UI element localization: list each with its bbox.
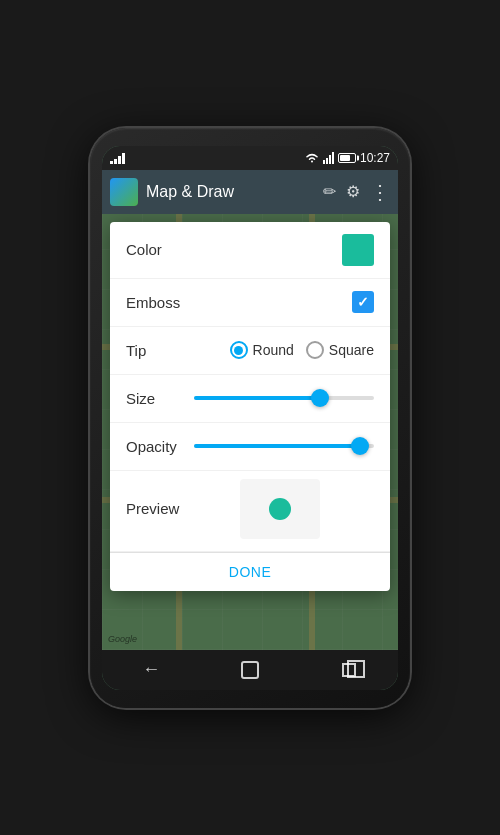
map-area: Google Color Emboss <box>102 214 398 650</box>
app-title: Map & Draw <box>146 183 315 201</box>
recents-icon <box>342 663 356 677</box>
brush-settings-dialog: Color Emboss Tip <box>110 222 390 591</box>
back-icon: ← <box>142 659 160 680</box>
color-content <box>186 234 374 266</box>
settings-icon[interactable]: ⚙ <box>346 182 360 201</box>
preview-box <box>240 479 320 539</box>
dialog-overlay: Color Emboss Tip <box>102 214 398 650</box>
emboss-content <box>186 291 374 313</box>
tip-round-label: Round <box>253 342 294 358</box>
home-icon <box>241 661 259 679</box>
dialog-footer: Done <box>110 552 390 591</box>
tip-radio-group: Round Square <box>230 341 374 359</box>
size-row: Size <box>110 375 390 423</box>
tip-round-radio[interactable] <box>230 341 248 359</box>
tip-square-radio[interactable] <box>306 341 324 359</box>
emboss-label: Emboss <box>126 294 186 311</box>
status-bar: 10:27 <box>102 146 398 170</box>
status-left <box>110 152 125 164</box>
wifi-icon <box>305 153 319 163</box>
status-right: 10:27 <box>305 151 390 165</box>
emboss-row: Emboss <box>110 279 390 327</box>
preview-row: Preview <box>110 471 390 552</box>
tip-row: Tip Round Square <box>110 327 390 375</box>
edit-icon[interactable]: ✏ <box>323 182 336 201</box>
size-label: Size <box>126 390 186 407</box>
opacity-row: Opacity <box>110 423 390 471</box>
size-slider-fill <box>194 396 320 400</box>
home-button[interactable] <box>230 650 270 690</box>
tip-label: Tip <box>126 342 186 359</box>
nav-bar: ← <box>102 650 398 690</box>
emboss-checkbox[interactable] <box>352 291 374 313</box>
opacity-slider-track[interactable] <box>194 444 374 448</box>
app-icon <box>110 178 138 206</box>
preview-label: Preview <box>126 500 186 517</box>
recents-button[interactable] <box>329 650 369 690</box>
color-row: Color <box>110 222 390 279</box>
opacity-slider-container <box>194 444 374 448</box>
tip-square-label: Square <box>329 342 374 358</box>
tip-content: Round Square <box>186 341 374 359</box>
opacity-label: Opacity <box>126 438 186 455</box>
opacity-slider-thumb[interactable] <box>351 437 369 455</box>
size-slider-container <box>194 396 374 400</box>
preview-dot <box>269 498 291 520</box>
phone-screen: 10:27 Map & Draw ✏ ⚙ ⋮ Google <box>102 146 398 690</box>
battery-icon <box>338 153 356 163</box>
phone-device: 10:27 Map & Draw ✏ ⚙ ⋮ Google <box>90 128 410 708</box>
app-bar-actions: ✏ ⚙ ⋮ <box>323 180 390 204</box>
signal-bars-icon <box>110 152 125 164</box>
tip-square-option[interactable]: Square <box>306 341 374 359</box>
status-time: 10:27 <box>360 151 390 165</box>
back-button[interactable]: ← <box>131 650 171 690</box>
tip-round-option[interactable]: Round <box>230 341 294 359</box>
done-button[interactable]: Done <box>229 564 271 580</box>
size-slider-track[interactable] <box>194 396 374 400</box>
color-swatch[interactable] <box>342 234 374 266</box>
color-label: Color <box>126 241 186 258</box>
cell-signal-icon <box>323 152 334 164</box>
opacity-slider-fill <box>194 444 360 448</box>
preview-content <box>186 479 374 539</box>
more-options-icon[interactable]: ⋮ <box>370 180 390 204</box>
app-bar: Map & Draw ✏ ⚙ ⋮ <box>102 170 398 214</box>
size-slider-thumb[interactable] <box>311 389 329 407</box>
